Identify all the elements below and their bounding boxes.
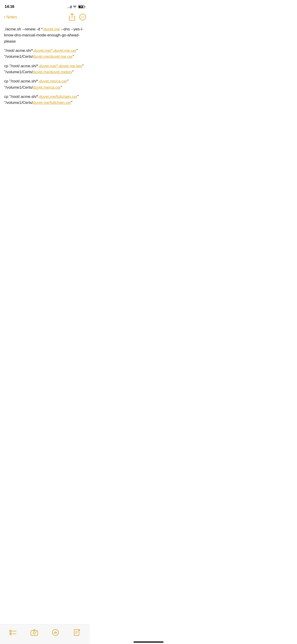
link-duyet-mekey[interactable]: duyet.me/duyet.mekey xyxy=(33,70,72,74)
note-paragraph-3: cp "/root/.acme.sh/*.duyet.me/*.duyet.me… xyxy=(4,63,86,75)
link-duyet-me-fullchain[interactable]: duyet.me/fullchain.cer xyxy=(39,94,77,99)
share-icon xyxy=(69,13,75,21)
status-icons: 89 xyxy=(67,5,85,8)
link-duyet-me-1[interactable]: duyet.me xyxy=(44,27,60,31)
back-chevron-icon: ‹ xyxy=(4,14,5,20)
link-duyet-me-cer[interactable]: duyet.me/*.duyet.me.cer xyxy=(34,48,76,53)
note-content: ./acme.sh --renew -d *.duyet.me --dns --… xyxy=(0,24,90,114)
link-duyet-me-ca-2[interactable]: duyet.me/ca.cer xyxy=(33,85,61,90)
more-icon xyxy=(79,14,86,20)
note-paragraph-5: cp "/root/.acme.sh/*.duyet.me/fullchain.… xyxy=(4,94,86,106)
link-duyet-me-key[interactable]: duyet.me/*.duyet.me.key xyxy=(39,64,82,68)
note-paragraph-1: ./acme.sh --renew -d *.duyet.me --dns --… xyxy=(4,26,86,44)
nav-actions xyxy=(69,13,86,21)
link-duyet-me-fullchain-2[interactable]: duyet.me/fullchain.cer xyxy=(33,100,71,105)
note-paragraph-2: "/root/.acme.sh/*.duyet.me/*.duyet.me.ce… xyxy=(4,48,86,60)
note-paragraph-4: cp "/root/.acme.sh/*.duyet.me/ca.cer" "/… xyxy=(4,78,86,90)
back-label: Notes xyxy=(6,15,17,20)
signal-icon xyxy=(67,5,71,8)
svg-point-3 xyxy=(84,16,84,18)
status-bar: 14:16 89 xyxy=(0,0,90,12)
nav-bar: ‹ Notes xyxy=(0,12,90,24)
link-duyet-me-cer-2[interactable]: duyet.me/duyet.me.cer xyxy=(33,54,73,59)
wifi-icon xyxy=(73,5,77,8)
status-time: 14:16 xyxy=(4,4,14,9)
svg-point-1 xyxy=(81,16,82,18)
back-button[interactable]: ‹ Notes xyxy=(4,14,17,20)
svg-point-2 xyxy=(82,16,83,18)
link-duyet-me-ca[interactable]: duyet.me/ca.cer xyxy=(39,79,67,84)
more-button[interactable] xyxy=(79,14,86,20)
share-button[interactable] xyxy=(69,13,75,21)
battery-icon: 89 xyxy=(78,5,85,8)
